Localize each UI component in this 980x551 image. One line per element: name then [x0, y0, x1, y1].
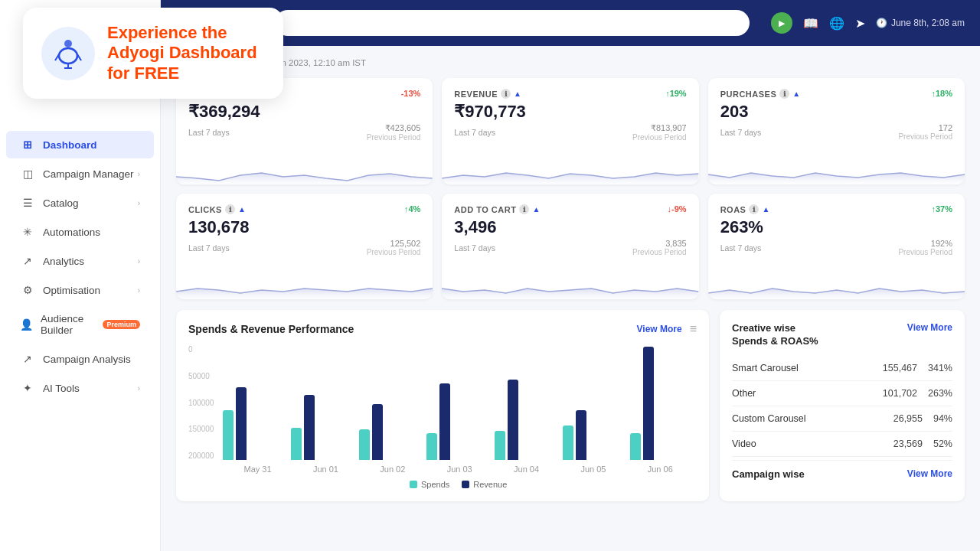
- creative-name-2: Custom Carousel: [732, 413, 806, 424]
- optimisation-icon: ⚙: [20, 284, 35, 296]
- metric-value-roas: 263%: [720, 217, 952, 237]
- dashboard-icon: ⊞: [20, 139, 35, 151]
- creative-row-2: Custom Carousel 26,955 94%: [732, 406, 952, 432]
- sort-icon[interactable]: ▲: [238, 205, 246, 214]
- bar-group-5: [563, 410, 626, 460]
- promo-banner: Experience the Adyogi Dashboard for FREE: [23, 8, 283, 99]
- metric-prev-val-clicks: 125,502: [367, 239, 421, 248]
- creative-vals-3: 23,569 52%: [893, 439, 952, 449]
- bar-group-2: [359, 404, 423, 460]
- spend-bar-5: [563, 425, 573, 460]
- campaign-analysis-icon: ↗: [20, 353, 35, 365]
- sort-icon[interactable]: ▲: [532, 205, 540, 214]
- metric-prev-label-revenue: Previous Period: [632, 133, 687, 142]
- sparkline-spend: [176, 146, 433, 184]
- y-axis-labels: 200000 150000 100000 50000 0: [188, 345, 214, 460]
- metric-card-add-to-cart: ADD TO CART ℹ ▲ ↓-9% 3,496 Last 7 days 3…: [442, 194, 698, 299]
- metric-period-spend: Last 7 days: [188, 128, 230, 137]
- premium-badge: Premium: [103, 320, 140, 329]
- book-icon[interactable]: 📖: [803, 16, 818, 31]
- metric-value-purchases: 203: [720, 102, 952, 122]
- creative-name-1: Other: [732, 388, 756, 399]
- bar-group-0: [223, 387, 286, 460]
- globe-icon[interactable]: 🌐: [829, 16, 844, 31]
- revenue-bar-4: [508, 380, 518, 460]
- x-axis-labels: May 31 Jun 01 Jun 02 Jun 03 Jun 04 Jun 0…: [220, 465, 697, 474]
- revenue-bar-0: [236, 387, 247, 460]
- catalog-icon: ☰: [20, 197, 35, 209]
- info-icon[interactable]: ℹ: [779, 89, 789, 99]
- send-icon[interactable]: ➤: [855, 16, 865, 31]
- legend-dot-spends: [410, 481, 417, 488]
- chart-view-more[interactable]: View More: [637, 324, 682, 334]
- sort-icon[interactable]: ▲: [792, 90, 800, 98]
- metric-period-clicks: Last 7 days: [188, 243, 230, 253]
- metric-label-clicks: CLICKS ℹ ▲: [188, 204, 246, 214]
- sidebar-item-catalog[interactable]: ☰ Catalog ›: [6, 189, 154, 217]
- metric-period-revenue: Last 7 days: [454, 128, 495, 137]
- sparkline-roas: [708, 261, 965, 299]
- sidebar-item-automations[interactable]: ✳ Automations: [6, 218, 154, 246]
- revenue-bar-5: [576, 410, 586, 460]
- arrow-icon: ›: [138, 199, 140, 207]
- spend-bar-0: [223, 410, 234, 460]
- chart-menu-icon[interactable]: ≡: [690, 322, 697, 336]
- metric-prev-label-purchases: Previous Period: [898, 132, 952, 141]
- metric-prev-val-roas: 192%: [898, 239, 952, 248]
- campaign-wise-section: Campaign wise View More: [732, 460, 952, 480]
- info-icon[interactable]: ℹ: [225, 204, 235, 214]
- svg-point-6: [64, 40, 72, 47]
- metric-change-revenue: ↑19%: [665, 89, 687, 98]
- metric-prev-label-add-to-cart: Previous Period: [632, 248, 687, 256]
- info-icon[interactable]: ℹ: [749, 204, 759, 214]
- legend-dot-revenue: [462, 481, 469, 488]
- sidebar-item-ai-tools[interactable]: ✦ AI Tools ›: [6, 374, 154, 402]
- search-bar[interactable]: [275, 10, 750, 36]
- bar-group-3: [426, 383, 490, 460]
- svg-marker-1: [442, 173, 698, 184]
- datetime-display: 🕐 June 8th, 2:08 am: [876, 18, 965, 28]
- creative-view-more[interactable]: View More: [907, 322, 952, 333]
- chart-card-header: Spends & Revenue Performance View More ≡: [188, 322, 697, 336]
- metric-value-spend: ₹369,294: [188, 102, 420, 122]
- legend-item-revenue: Revenue: [462, 480, 507, 489]
- spend-bar-1: [291, 428, 302, 460]
- chart-legend: Spends Revenue: [220, 480, 697, 489]
- arrow-icon: ›: [138, 170, 140, 178]
- metric-period-add-to-cart: Last 7 days: [454, 243, 495, 253]
- creative-title: Creative wiseSpends & ROAS%: [732, 322, 818, 348]
- metrics-row: SPEND ℹ ▲ -13% ₹369,294 Last 7 days ₹423…: [176, 78, 965, 299]
- sidebar-item-campaign-manager[interactable]: ◫ Campaign Manager ›: [6, 160, 154, 187]
- metric-prev-label-spend: Previous Period: [367, 133, 421, 142]
- metric-change-clicks: ↑4%: [404, 204, 420, 214]
- metric-prev-val-add-to-cart: 3,835: [632, 239, 687, 248]
- info-icon[interactable]: ℹ: [519, 204, 529, 214]
- sort-icon[interactable]: ▲: [762, 205, 769, 214]
- sidebar-item-audience-builder[interactable]: 👤 Audience Builder Premium: [6, 305, 154, 344]
- creative-row-0: Smart Carousel 155,467 341%: [732, 356, 952, 381]
- metric-card-roas: ROAS ℹ ▲ ↑37% 263% Last 7 days 192% Prev…: [708, 194, 965, 299]
- revenue-bar-2: [372, 404, 383, 460]
- metric-prev-label-clicks: Previous Period: [367, 248, 421, 256]
- play-button[interactable]: ▶: [771, 12, 792, 34]
- info-icon[interactable]: ℹ: [501, 89, 511, 99]
- bar-group-1: [291, 395, 354, 460]
- campaign-wise-view-more[interactable]: View More: [907, 468, 952, 480]
- sort-icon[interactable]: ▲: [514, 90, 521, 98]
- sparkline-clicks: [176, 261, 433, 299]
- analytics-icon: ↗: [20, 255, 35, 267]
- spend-bar-6: [630, 433, 641, 460]
- revenue-bar-6: [643, 347, 654, 460]
- creative-vals-2: 26,955 94%: [893, 413, 952, 424]
- sidebar-item-optimisation[interactable]: ⚙ Optimisation ›: [6, 276, 154, 304]
- metric-label-revenue: REVENUE ℹ ▲: [454, 89, 521, 99]
- creative-card-header: Creative wiseSpends & ROAS% View More: [732, 322, 952, 348]
- revenue-bar-3: [439, 383, 450, 460]
- content-area: Data last updated at 8th Jun 2023, 12:10…: [161, 46, 980, 551]
- metric-card-revenue: REVENUE ℹ ▲ ↑19% ₹970,773 Last 7 days ₹8…: [442, 78, 698, 184]
- svg-point-7: [59, 48, 77, 64]
- promo-text: Experience the Adyogi Dashboard for FREE: [107, 23, 257, 83]
- sidebar-item-campaign-analysis[interactable]: ↗ Campaign Analysis: [6, 345, 154, 373]
- sidebar-item-dashboard[interactable]: ⊞ Dashboard: [6, 131, 154, 158]
- sidebar-item-analytics[interactable]: ↗ Analytics ›: [6, 247, 154, 275]
